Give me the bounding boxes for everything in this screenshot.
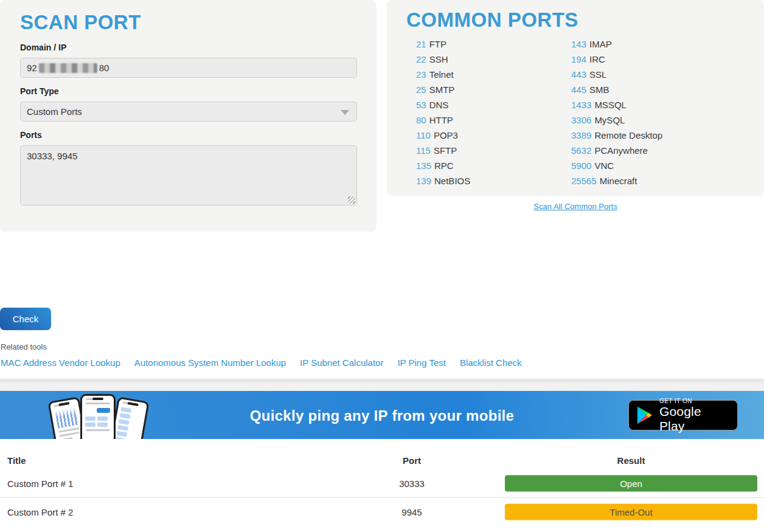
row-port: 9945: [381, 506, 442, 517]
result-status-badge: Open: [505, 475, 757, 492]
port-number-link[interactable]: 25565: [571, 176, 597, 186]
port-number-link[interactable]: 23: [416, 69, 426, 80]
phone-mockup-center: [80, 394, 116, 439]
scan-all-common-ports-link[interactable]: Scan All Common Ports: [533, 202, 617, 211]
port-name: Telnet: [429, 69, 454, 80]
port-number-link[interactable]: 5632: [571, 145, 591, 156]
common-port-item: 21FTP: [416, 39, 571, 54]
common-port-item: 25565Minecraft: [571, 176, 662, 191]
port-name: IRC: [589, 54, 605, 64]
google-play-line2: Google Play: [659, 404, 730, 432]
promo-banner: Quickly ping any IP from your mobile GET…: [0, 391, 764, 439]
results-table: Title Port Result Custom Port # 130333Op…: [0, 439, 764, 525]
port-name: SFTP: [434, 145, 457, 156]
check-button[interactable]: Check: [0, 308, 51, 330]
port-number-link[interactable]: 445: [571, 85, 586, 95]
port-name: SSL: [589, 69, 606, 80]
common-port-item: 135RPC: [416, 161, 571, 176]
ports-value: 30333, 9945: [27, 151, 77, 161]
port-name: MySQL: [594, 115, 625, 125]
google-play-icon: [636, 406, 653, 424]
port-name: MSSQL: [594, 100, 627, 110]
port-name: RPC: [434, 161, 454, 171]
table-row: Custom Port # 29945Timed-Out: [0, 497, 764, 525]
related-tool-link[interactable]: Autonomous System Number Lookup: [134, 358, 286, 368]
related-tools-links: MAC Address Vendor LookupAutonomous Syst…: [1, 358, 522, 368]
common-port-item: 443SSL: [571, 69, 662, 85]
phone-ui-line: [86, 402, 110, 404]
resize-handle-icon[interactable]: [348, 196, 355, 204]
phone-ui-line: [86, 429, 110, 431]
port-number-link[interactable]: 3306: [571, 115, 591, 125]
domain-ip-input[interactable]: 9280: [20, 58, 357, 78]
port-name: PCAnywhere: [594, 145, 648, 156]
port-number-link[interactable]: 22: [416, 54, 426, 64]
common-port-item: 3306MySQL: [571, 115, 662, 130]
related-tool-link[interactable]: IP Subnet Calculator: [300, 358, 383, 368]
common-port-item: 194IRC: [571, 54, 662, 69]
common-ports-column-right: 143IMAP194IRC443SSL445SMB1433MSSQL3306My…: [571, 39, 662, 191]
port-name: IMAP: [589, 39, 612, 49]
common-port-item: 3389Remote Desktop: [571, 130, 662, 145]
port-number-link[interactable]: 110: [416, 130, 431, 140]
port-number-link[interactable]: 143: [571, 39, 586, 49]
port-number-link[interactable]: 3389: [571, 130, 591, 140]
phone-notch: [127, 402, 138, 406]
chevron-down-icon: [341, 110, 349, 115]
results-table-header: Title Port Result: [0, 439, 764, 469]
results-table-body: Custom Port # 130333OpenCustom Port # 29…: [0, 469, 764, 525]
common-port-item: 5632PCAnywhere: [571, 145, 662, 161]
common-port-item: 1433MSSQL: [571, 100, 662, 115]
common-ports-title: COMMON PORTS: [406, 9, 745, 32]
scan-port-panel: SCAN PORT Domain / IP 9280 Port Type Cus…: [0, 0, 377, 232]
port-number-link[interactable]: 135: [416, 161, 431, 171]
domain-ip-label: Domain / IP: [20, 43, 356, 52]
common-ports-panel: COMMON PORTS 21FTP22SSH23Telnet25SMTP53D…: [387, 0, 764, 196]
scan-port-title: SCAN PORT: [20, 11, 356, 34]
port-number-link[interactable]: 1433: [571, 100, 591, 110]
col-header-port: Port: [381, 455, 442, 466]
port-name: FTP: [429, 39, 446, 49]
related-tool-link[interactable]: Blacklist Check: [460, 358, 522, 368]
common-port-item: 22SSH: [416, 54, 571, 69]
port-number-link[interactable]: 443: [571, 69, 586, 80]
row-port: 30333: [381, 478, 442, 489]
common-port-item: 53DNS: [416, 100, 571, 115]
phone-ui-button: [97, 408, 110, 413]
port-name: Remote Desktop: [594, 130, 662, 140]
related-tool-link[interactable]: MAC Address Vendor Lookup: [1, 358, 120, 368]
port-number-link[interactable]: 53: [416, 100, 426, 110]
port-name: Minecraft: [600, 176, 637, 186]
port-name: NetBIOS: [434, 176, 470, 186]
port-name: SMB: [589, 85, 609, 95]
section-divider: [0, 379, 764, 391]
phone-ui-icons: [85, 416, 111, 427]
scan-all-wrap: Scan All Common Ports: [387, 201, 764, 212]
port-name: SMTP: [429, 85, 455, 95]
row-title: Custom Port # 2: [7, 506, 73, 517]
port-number-link[interactable]: 194: [571, 54, 586, 64]
port-number-link[interactable]: 25: [416, 85, 426, 95]
port-number-link[interactable]: 5900: [571, 161, 591, 171]
ports-label: Ports: [20, 130, 356, 140]
google-play-badge[interactable]: GET IT ON Google Play: [628, 400, 738, 430]
ports-textarea[interactable]: 30333, 9945: [20, 145, 357, 206]
port-type-label: Port Type: [20, 86, 356, 96]
table-row: Custom Port # 130333Open: [0, 469, 764, 497]
port-number-link[interactable]: 139: [416, 176, 431, 186]
redacted-ip-blur: [39, 63, 97, 73]
port-type-select[interactable]: Custom Ports: [20, 102, 357, 122]
port-name: HTTP: [429, 115, 453, 125]
related-tool-link[interactable]: IP Ping Test: [397, 358, 446, 368]
common-port-item: 5900VNC: [571, 161, 662, 176]
common-ports-column-left: 21FTP22SSH23Telnet25SMTP53DNS80HTTP110PO…: [406, 39, 571, 191]
col-header-title: Title: [7, 455, 26, 466]
port-number-link[interactable]: 115: [416, 145, 431, 156]
phone-notch: [58, 402, 69, 406]
port-number-link[interactable]: 21: [416, 39, 426, 49]
related-tools-label: Related tools: [1, 342, 47, 351]
domain-value-suffix: 80: [99, 63, 109, 73]
port-number-link[interactable]: 80: [416, 115, 426, 125]
col-header-result: Result: [505, 455, 757, 466]
google-play-text: GET IT ON Google Play: [659, 398, 730, 432]
